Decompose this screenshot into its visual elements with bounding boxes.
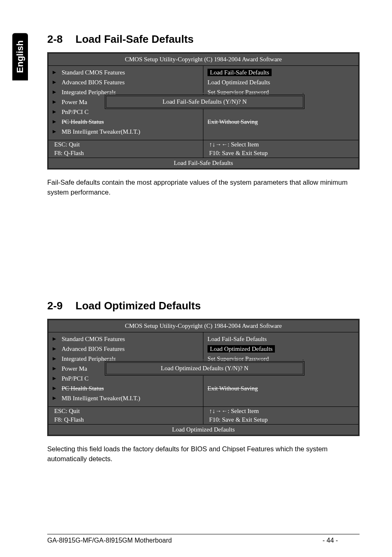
menu-item[interactable] bbox=[208, 374, 354, 383]
nav-esc: ESC: Quit bbox=[48, 140, 203, 149]
menu-item[interactable]: ▶Advanced BIOS Features bbox=[53, 344, 199, 354]
triangle-icon: ▶ bbox=[53, 345, 56, 353]
triangle-icon: ▶ bbox=[53, 79, 56, 86]
section-1-body: Fail-Safe defaults contain the most appr… bbox=[47, 178, 360, 197]
menu-item[interactable]: ▶Standard CMOS Features bbox=[53, 334, 199, 344]
menu-item[interactable]: Exit Without Saving bbox=[208, 117, 354, 127]
triangle-icon: ▶ bbox=[53, 98, 56, 106]
menu-item[interactable]: ▶MB Intelligent Tweaker(M.I.T.) bbox=[53, 393, 199, 403]
nav-f10: F10: Save & Exit Setup bbox=[203, 149, 358, 158]
menu-item-highlighted[interactable]: Load Fail-Safe Defaults bbox=[208, 67, 354, 77]
page-footer: GA-8I915G-MF/GA-8I915GM Motherboard - 44… bbox=[47, 534, 360, 544]
triangle-icon: ▶ bbox=[53, 365, 56, 372]
bios-nav-row-1: ESC: Quit ↑↓→←: Select Item bbox=[48, 406, 358, 415]
bios-nav-row-2: F8: Q-Flash F10: Save & Exit Setup bbox=[48, 149, 358, 158]
section-2-heading: 2-9 Load Optimized Defaults bbox=[47, 299, 360, 312]
menu-item[interactable]: ▶MB Intelligent Tweaker(M.I.T.) bbox=[53, 127, 199, 137]
bios-2-title: CMOS Setup Utility-Copyright (C) 1984-20… bbox=[48, 320, 358, 332]
nav-f8: F8: Q-Flash bbox=[48, 415, 203, 424]
menu-item[interactable]: Load Fail-Safe Defaults bbox=[208, 334, 354, 344]
nav-f8: F8: Q-Flash bbox=[48, 149, 203, 158]
menu-item[interactable]: ▶PC Health Status bbox=[53, 383, 199, 393]
section-2-title: Load Optimized Defaults bbox=[76, 299, 201, 312]
menu-item[interactable] bbox=[208, 107, 354, 117]
bios-1-title: CMOS Setup Utility-Copyright (C) 1984-20… bbox=[48, 53, 358, 65]
menu-item[interactable]: ▶Standard CMOS Features bbox=[53, 67, 199, 77]
triangle-icon: ▶ bbox=[53, 395, 56, 402]
confirm-dialog[interactable]: Load Fail-Safe Defaults (Y/N)? N bbox=[106, 96, 303, 108]
triangle-icon: ▶ bbox=[53, 69, 56, 76]
bios-nav-row-1: ESC: Quit ↑↓→←: Select Item bbox=[48, 140, 358, 149]
triangle-icon: ▶ bbox=[53, 108, 56, 116]
triangle-icon: ▶ bbox=[53, 375, 56, 382]
menu-item[interactable]: ▶PnP/PCI C bbox=[53, 107, 199, 117]
menu-item[interactable]: ▶PnP/PCI C bbox=[53, 374, 199, 383]
dialog-border bbox=[106, 360, 303, 360]
confirm-dialog[interactable]: Load Optimized Defaults (Y/N)? N bbox=[106, 362, 303, 374]
bios-screen-1: CMOS Setup Utility-Copyright (C) 1984-20… bbox=[47, 52, 360, 169]
footer-model: GA-8I915G-MF/GA-8I915GM Motherboard bbox=[47, 537, 323, 544]
section-1-number: 2-8 bbox=[47, 33, 63, 45]
nav-esc: ESC: Quit bbox=[48, 407, 203, 415]
triangle-icon: ▶ bbox=[53, 335, 56, 343]
nav-select: ↑↓→←: Select Item bbox=[203, 407, 358, 415]
triangle-icon: ▶ bbox=[53, 88, 56, 96]
bios-2-footer: Load Optimized Defaults bbox=[48, 424, 358, 435]
bios-1-footer: Load Fail-Safe Defaults bbox=[48, 158, 358, 168]
nav-select: ↑↓→←: Select Item bbox=[203, 140, 358, 149]
section-1-heading: 2-8 Load Fail-Safe Defaults bbox=[47, 33, 360, 46]
triangle-icon: ▶ bbox=[53, 355, 56, 362]
bios-screen-2: CMOS Setup Utility-Copyright (C) 1984-20… bbox=[47, 319, 360, 436]
section-1-title: Load Fail-Safe Defaults bbox=[76, 33, 194, 45]
bios-nav-row-2: F8: Q-Flash F10: Save & Exit Setup bbox=[48, 415, 358, 424]
menu-item[interactable]: Exit Without Saving bbox=[208, 383, 354, 393]
menu-item[interactable]: Load Optimized Defaults bbox=[208, 77, 354, 87]
menu-item[interactable]: ▶Advanced BIOS Features bbox=[53, 77, 199, 87]
language-tab: English bbox=[12, 33, 28, 80]
menu-item-highlighted[interactable]: Load Optimized Defaults bbox=[208, 344, 354, 354]
footer-page-number: - 44 - bbox=[323, 537, 360, 544]
menu-item[interactable]: ▶PC Health Status bbox=[53, 117, 199, 127]
triangle-icon: ▶ bbox=[53, 385, 56, 392]
section-2-number: 2-9 bbox=[47, 299, 63, 312]
triangle-icon: ▶ bbox=[53, 118, 56, 125]
triangle-icon: ▶ bbox=[53, 128, 56, 135]
section-2-body: Selecting this field loads the factory d… bbox=[47, 444, 360, 464]
dialog-border bbox=[106, 93, 303, 94]
page-content: 2-8 Load Fail-Safe Defaults CMOS Setup U… bbox=[47, 33, 360, 544]
nav-f10: F10: Save & Exit Setup bbox=[203, 415, 358, 424]
